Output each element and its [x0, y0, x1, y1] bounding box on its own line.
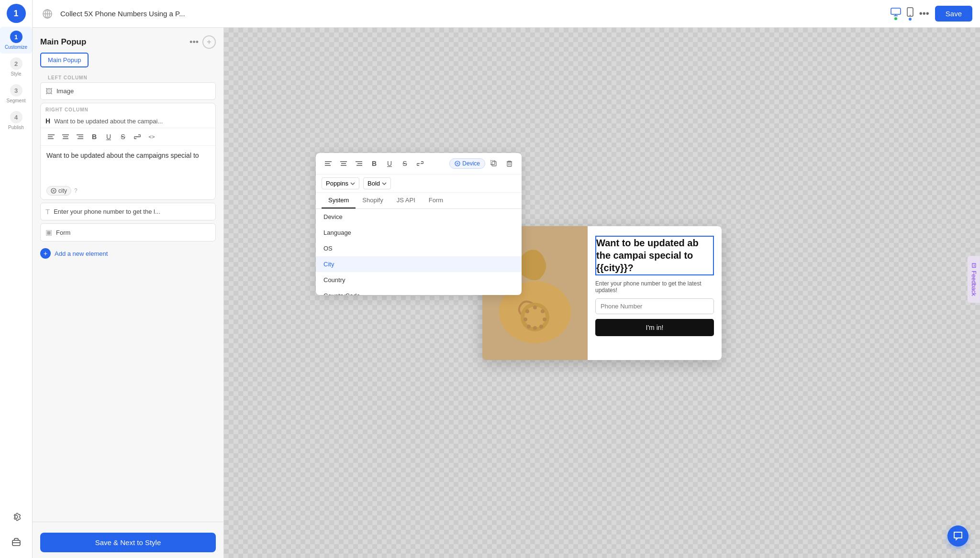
image-element-row[interactable]: 🖼 Image	[40, 82, 216, 100]
text-toolbar: B U S <>	[41, 128, 215, 146]
smart-tag-chip[interactable]: city	[46, 186, 71, 196]
panel-content: LEFT COLUMN 🖼 Image RIGHT COLUMN H Want …	[33, 71, 223, 522]
popup-content-area: Want to be updated ab the campai special…	[588, 226, 722, 360]
tab-shopify[interactable]: Shopify	[356, 193, 390, 208]
link-btn[interactable]	[131, 130, 144, 143]
heading-icon: H	[45, 117, 50, 125]
mobile-active-dot	[909, 18, 912, 21]
svg-rect-6	[891, 8, 901, 14]
svg-point-30	[527, 325, 531, 328]
device-switcher: •••	[891, 7, 929, 21]
text-editor-area[interactable]: Want to be updated about the campaigns s…	[41, 146, 215, 184]
heading-text: Want to be updated about the campai...	[54, 118, 163, 125]
form-element-row[interactable]: ▣ Form	[40, 223, 216, 241]
svg-rect-44	[490, 160, 495, 164]
image-icon: 🖼	[45, 87, 53, 95]
st-item-language[interactable]: Language	[316, 225, 522, 241]
sidebar-logo[interactable]: 1	[7, 4, 26, 23]
globe-icon	[40, 7, 55, 21]
st-item-os[interactable]: OS	[316, 241, 522, 256]
st-align-right[interactable]	[352, 157, 366, 170]
align-right-btn[interactable]	[73, 130, 87, 143]
sidebar-item-customize[interactable]: 1 Customize	[0, 27, 32, 54]
canvas-area: Want to be updated ab the campai special…	[224, 28, 980, 558]
main-popup-tab[interactable]: Main Popup	[40, 53, 89, 67]
st-align-left[interactable]	[322, 157, 335, 170]
question-mark: ?	[74, 187, 78, 194]
svg-point-26	[541, 309, 545, 313]
panel-more-icon[interactable]: •••	[189, 37, 199, 47]
panel-title: Main Popup	[40, 37, 86, 47]
st-item-country-code[interactable]: CountryCode	[316, 288, 522, 295]
tab-js-api[interactable]: JS API	[390, 193, 422, 208]
strikethrough-btn[interactable]: S	[116, 130, 130, 143]
tab-system[interactable]: System	[322, 193, 356, 208]
right-column-label: RIGHT COLUMN	[41, 103, 215, 114]
popup-cta-button[interactable]: I'm in!	[595, 319, 714, 336]
svg-point-27	[543, 317, 546, 321]
sidebar-item-publish[interactable]: 4 Publish	[0, 107, 32, 134]
svg-point-10	[910, 15, 911, 16]
step-1-label: Customize	[5, 44, 27, 50]
st-item-country[interactable]: Country	[316, 272, 522, 288]
left-column-label: LEFT COLUMN	[40, 71, 216, 82]
desktop-device-btn[interactable]	[891, 8, 901, 20]
right-column-editor: RIGHT COLUMN H Want to be updated about …	[40, 103, 216, 200]
panel-add-icon[interactable]: +	[202, 35, 216, 49]
popup-headline: Want to be updated ab the campai special…	[595, 236, 714, 275]
sidebar-item-segment[interactable]: 3 Segment	[0, 80, 32, 107]
weight-selector[interactable]: Bold	[363, 177, 391, 189]
st-item-city[interactable]: City	[316, 256, 522, 272]
st-delete-icon[interactable]	[502, 157, 516, 170]
panel-tabs: Main Popup	[33, 53, 223, 71]
smart-tag-tabs: System Shopify JS API Form	[316, 193, 522, 209]
st-copy-icon[interactable]	[487, 157, 501, 170]
settings-icon[interactable]	[8, 508, 25, 525]
tab-form[interactable]: Form	[422, 193, 450, 208]
smart-tag-button[interactable]: Device	[449, 158, 485, 169]
step-4-circle: 4	[10, 111, 22, 123]
svg-point-29	[533, 326, 537, 330]
heading-row: H Want to be updated about the campai...	[41, 114, 215, 128]
svg-point-31	[523, 317, 527, 321]
left-panel-header: Main Popup ••• +	[33, 28, 223, 53]
briefcase-icon[interactable]	[8, 533, 25, 550]
step-2-label: Style	[11, 71, 21, 77]
more-options-icon[interactable]: •••	[919, 8, 929, 19]
st-strikethrough[interactable]: S	[398, 157, 412, 170]
save-button[interactable]: Save	[935, 6, 972, 22]
sidebar-item-style[interactable]: 2 Style	[0, 54, 32, 80]
popup-phone-input[interactable]	[595, 298, 714, 314]
phone-element-row[interactable]: T Enter your phone number to get the l..…	[40, 203, 216, 220]
save-next-button[interactable]: Save & Next to Style	[40, 533, 216, 552]
chat-button[interactable]	[947, 525, 969, 547]
bold-btn[interactable]: B	[88, 130, 101, 143]
st-link[interactable]	[413, 157, 427, 170]
st-align-center[interactable]	[337, 157, 350, 170]
feedback-tab[interactable]: Feedback	[968, 256, 980, 303]
font-selector[interactable]: Poppins	[322, 177, 359, 189]
st-bold[interactable]: B	[368, 157, 381, 170]
mobile-device-btn[interactable]	[907, 7, 913, 21]
underline-btn[interactable]: U	[102, 130, 115, 143]
step-4-label: Publish	[8, 125, 24, 130]
popup-subtext: Enter your phone number to get the lates…	[595, 280, 714, 294]
smart-tag-row: city ?	[41, 184, 215, 199]
add-element-row[interactable]: + Add a new element	[40, 244, 216, 263]
svg-rect-45	[507, 162, 512, 166]
align-left-btn[interactable]	[45, 130, 58, 143]
align-center-btn[interactable]	[59, 130, 72, 143]
svg-point-28	[539, 325, 543, 328]
topbar: Collect 5X Phone Numbers Using a P... ••…	[33, 0, 980, 28]
st-item-device[interactable]: Device	[316, 209, 522, 225]
sidebar: 1 1 Customize 2 Style 3 Segment 4 Publis…	[0, 0, 33, 558]
panel-footer: Save & Next to Style	[33, 522, 223, 558]
st-underline[interactable]: U	[383, 157, 396, 170]
smart-tag-dropdown: B U S Device	[316, 153, 522, 295]
svg-rect-43	[492, 162, 496, 166]
text-icon: T	[45, 208, 50, 216]
sidebar-bottom	[8, 508, 25, 558]
st-toolbar: B U S Device	[316, 153, 522, 175]
page-title: Collect 5X Phone Numbers Using a P...	[60, 10, 885, 18]
code-btn[interactable]: <>	[145, 130, 158, 143]
